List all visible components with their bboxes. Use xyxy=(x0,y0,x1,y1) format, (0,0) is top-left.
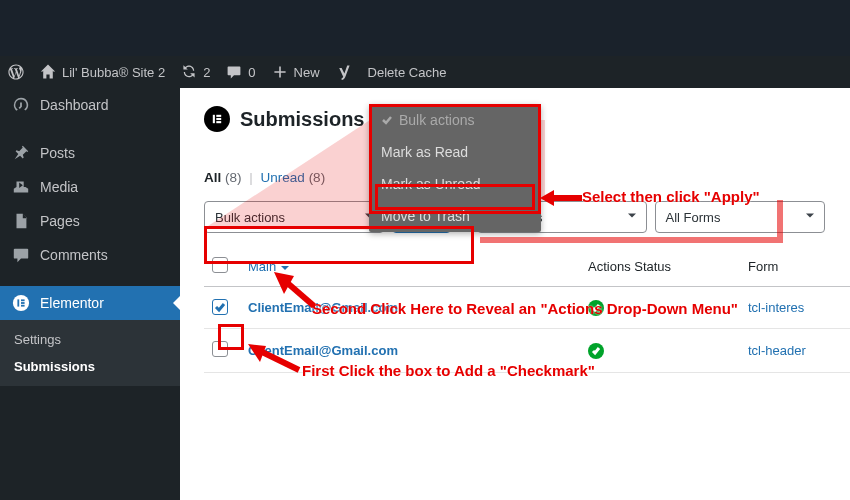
home-icon xyxy=(40,64,56,80)
delete-cache-label: Delete Cache xyxy=(368,65,447,80)
sidebar-item-label: Dashboard xyxy=(40,97,109,113)
sidebar-item-pages[interactable]: Pages xyxy=(0,204,180,238)
sort-icon xyxy=(280,263,290,273)
dropdown-item-move-trash[interactable]: Move to Trash xyxy=(369,200,541,232)
dropdown-item-label: Move to Trash xyxy=(381,208,470,224)
svg-rect-6 xyxy=(216,115,221,117)
elementor-badge-icon xyxy=(204,106,230,132)
comment-icon xyxy=(226,64,242,80)
bulk-actions-value: Bulk actions xyxy=(215,210,285,225)
select-all-checkbox[interactable] xyxy=(212,257,228,273)
sidebar-item-label: Posts xyxy=(40,145,75,161)
row-checkbox[interactable] xyxy=(212,341,228,357)
filter-separator: | xyxy=(245,170,257,185)
comments-toolbar[interactable]: 0 xyxy=(218,56,263,88)
forms-filter-select[interactable]: All Forms xyxy=(655,201,825,233)
svg-rect-4 xyxy=(21,305,25,307)
dropdown-item-bulk[interactable]: Bulk actions xyxy=(369,104,541,136)
page-title: Submissions xyxy=(240,108,364,131)
filter-all-count: (8) xyxy=(225,170,242,185)
sidebar-item-label: Media xyxy=(40,179,78,195)
chevron-down-icon xyxy=(626,210,638,225)
delete-cache[interactable]: Delete Cache xyxy=(360,56,455,88)
submissions-table: Main Actions Status Form ClientEmail@Gma… xyxy=(204,247,850,373)
row-main-email[interactable]: ClientEmail@Gmail.com xyxy=(248,300,398,315)
yoast-button[interactable] xyxy=(328,56,360,88)
dropdown-item-label: Mark as Unread xyxy=(381,176,481,192)
row-form-name[interactable]: tcl-header xyxy=(748,343,806,358)
dropdown-item-mark-read[interactable]: Mark as Read xyxy=(369,136,541,168)
media-icon xyxy=(12,178,30,196)
submenu-submissions[interactable]: Submissions xyxy=(0,353,180,380)
elementor-icon xyxy=(12,294,30,312)
svg-rect-3 xyxy=(21,302,25,304)
bulk-actions-dropdown: Bulk actions Mark as Read Mark as Unread… xyxy=(369,104,541,232)
site-name[interactable]: Lil' Bubba® Site 2 xyxy=(32,56,173,88)
table-row: ClientEmail@Gmail.com tcl-header xyxy=(204,329,850,373)
site-name-text: Lil' Bubba® Site 2 xyxy=(62,65,165,80)
new-label: New xyxy=(294,65,320,80)
dropdown-item-label: Mark as Read xyxy=(381,144,468,160)
dropdown-item-label: Bulk actions xyxy=(399,112,474,128)
comments-count: 0 xyxy=(248,65,255,80)
pin-icon xyxy=(12,144,30,162)
col-actions-status: Actions Status xyxy=(580,247,740,287)
chevron-down-icon xyxy=(804,210,816,225)
svg-rect-2 xyxy=(21,299,25,301)
table-header-row: Main Actions Status Form xyxy=(204,247,850,287)
svg-rect-8 xyxy=(216,121,221,123)
svg-rect-7 xyxy=(216,118,221,120)
pages-icon xyxy=(12,212,30,230)
filter-unread[interactable]: Unread xyxy=(261,170,305,185)
plus-icon xyxy=(272,64,288,80)
col-form: Form xyxy=(740,247,850,287)
yoast-icon xyxy=(336,64,352,80)
sidebar-item-label: Elementor xyxy=(40,295,104,311)
table-row: ClientEmail@Gmail.com tcl-interes xyxy=(204,287,850,329)
update-icon xyxy=(181,64,197,80)
status-success-icon xyxy=(588,343,604,359)
admin-sidebar: Dashboard Posts Media Pages Comments Ele… xyxy=(0,88,180,500)
sidebar-item-label: Pages xyxy=(40,213,80,229)
col-main[interactable]: Main xyxy=(240,247,580,287)
sidebar-item-label: Comments xyxy=(40,247,108,263)
row-checkbox[interactable] xyxy=(212,299,228,315)
sidebar-item-posts[interactable]: Posts xyxy=(0,136,180,170)
comments-icon xyxy=(12,246,30,264)
browser-blank-area xyxy=(0,0,850,56)
filter-unread-count: (8) xyxy=(309,170,326,185)
sidebar-item-dashboard[interactable]: Dashboard xyxy=(0,88,180,122)
submenu-settings[interactable]: Settings xyxy=(0,326,180,353)
filter-all[interactable]: All xyxy=(204,170,221,185)
wp-admin-bar: Lil' Bubba® Site 2 2 0 New Delete Cache xyxy=(0,56,850,88)
dropdown-item-mark-unread[interactable]: Mark as Unread xyxy=(369,168,541,200)
svg-rect-1 xyxy=(17,299,19,306)
row-form-name[interactable]: tcl-interes xyxy=(748,300,804,315)
check-icon xyxy=(381,114,393,126)
forms-filter-value: All Forms xyxy=(666,210,721,225)
sidebar-item-comments[interactable]: Comments xyxy=(0,238,180,272)
wordpress-icon xyxy=(8,64,24,80)
dashboard-icon xyxy=(12,96,30,114)
sidebar-item-elementor[interactable]: Elementor xyxy=(0,286,180,320)
updates-count: 2 xyxy=(203,65,210,80)
status-success-icon xyxy=(588,300,604,316)
sidebar-submenu: Settings Submissions xyxy=(0,320,180,386)
updates[interactable]: 2 xyxy=(173,56,218,88)
bulk-actions-select[interactable]: Bulk actions xyxy=(204,201,384,233)
row-main-email[interactable]: ClientEmail@Gmail.com xyxy=(248,343,398,358)
sidebar-item-media[interactable]: Media xyxy=(0,170,180,204)
new-button[interactable]: New xyxy=(264,56,328,88)
svg-rect-5 xyxy=(213,115,215,123)
wp-logo[interactable] xyxy=(0,56,32,88)
